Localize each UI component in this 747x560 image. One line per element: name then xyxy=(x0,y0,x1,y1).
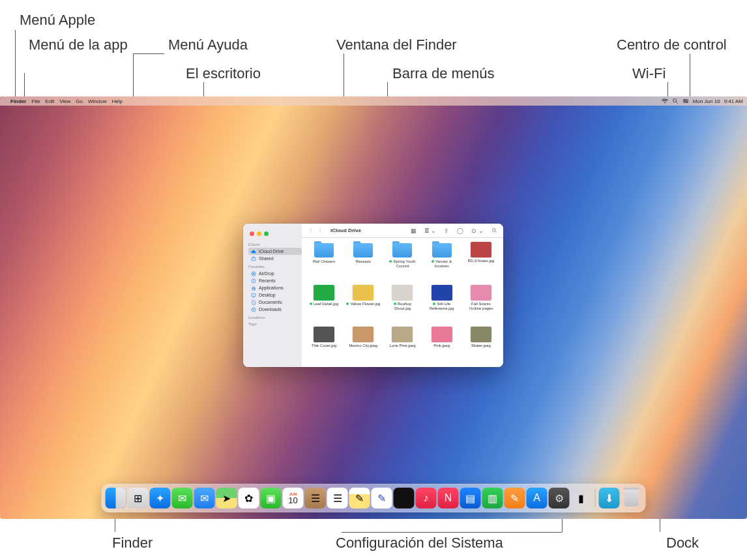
dock-app-maps[interactable]: ➤ xyxy=(216,488,237,508)
sidebar-item-recents[interactable]: Recents xyxy=(248,277,302,284)
menu-go[interactable]: Go xyxy=(73,98,85,104)
file-item[interactable]: Skater.jpeg xyxy=(461,327,501,363)
file-item[interactable]: Leaf Detail.jpg xyxy=(304,285,344,326)
image-thumb xyxy=(353,327,374,342)
sidebar-item-airdrop[interactable]: AirDrop xyxy=(248,270,302,277)
image-thumb xyxy=(392,327,413,342)
dock-separator xyxy=(595,489,596,507)
dock-app-appstore[interactable]: A xyxy=(527,488,548,508)
file-item[interactable]: Still Life Reference.jpg xyxy=(422,285,461,326)
share-icon[interactable]: ⇪ xyxy=(442,228,451,234)
wifi-status-icon[interactable] xyxy=(662,98,668,104)
menu-help[interactable]: Help xyxy=(109,98,124,104)
dock-app-safari[interactable]: ✦ xyxy=(150,488,171,508)
svg-rect-2 xyxy=(683,100,688,101)
callout-dock: Dock xyxy=(666,535,699,552)
sidebar-item-icon xyxy=(251,286,256,291)
dock-app-settings[interactable]: ⚙ xyxy=(549,488,570,508)
nav-forward-icon[interactable]: 〉 xyxy=(317,227,325,234)
file-item[interactable]: Vendor & Invoices xyxy=(422,242,461,284)
file-name: Skater.jpeg xyxy=(471,344,491,348)
desktop-wallpaper[interactable]: Finder File Edit View Go Window Help Mon… xyxy=(0,96,747,519)
file-item[interactable]: Spring Youth Council xyxy=(383,242,422,284)
tag-icon[interactable]: ◯ xyxy=(455,228,465,234)
file-name: RD.2-Notes.jpg xyxy=(467,259,494,263)
control-center-icon[interactable] xyxy=(682,98,689,104)
close-button[interactable] xyxy=(250,231,254,236)
sidebar-item-applications[interactable]: Applications xyxy=(248,284,302,291)
sidebar-section-label: Tags xyxy=(248,322,302,326)
finder-toolbar: 〈 〉 iCloud Drive ▦ ≣ ⌄ ⇪ ◯ ⊙ ⌄ xyxy=(302,224,503,238)
sidebar-item-icloud-drive[interactable]: iCloud Drive xyxy=(248,248,302,255)
file-name: Mexico City.jpeg xyxy=(349,344,378,348)
dock-app-iphone-mirroring[interactable]: ▮ xyxy=(571,488,592,508)
svg-point-0 xyxy=(673,99,676,102)
menubar-time[interactable]: 9:41 AM xyxy=(724,98,743,104)
zoom-button[interactable] xyxy=(264,231,269,236)
menubar-status: Mon Jun 10 9:41 AM xyxy=(662,98,743,104)
folder-icon xyxy=(353,243,373,258)
callout-menu-apple: Menú Apple xyxy=(20,12,95,29)
dock-app-notes[interactable]: ✎ xyxy=(349,488,370,508)
callout-line xyxy=(133,53,164,54)
finder-window[interactable]: iCloudiCloud DriveSharedFavoritesAirDrop… xyxy=(243,224,503,367)
file-item[interactable]: Rail Chasers xyxy=(304,242,344,284)
view-icons-icon[interactable]: ▦ xyxy=(409,228,418,234)
file-item[interactable]: Yellow Flower.jpg xyxy=(344,285,383,326)
menu-edit[interactable]: Edit xyxy=(42,98,57,104)
folder-icon xyxy=(314,243,334,258)
sidebar-item-desktop[interactable]: Desktop xyxy=(248,291,302,299)
sidebar-item-icon xyxy=(251,256,256,261)
sidebar-item-shared[interactable]: Shared xyxy=(248,255,302,262)
callout-menubar: Barra de menús xyxy=(392,65,495,82)
nav-back-icon[interactable]: 〈 xyxy=(306,227,314,234)
dock-app-contacts[interactable]: ☰ xyxy=(305,488,326,508)
file-item[interactable]: Receipts xyxy=(344,242,383,284)
file-item[interactable]: Fall Scents Outline.pages xyxy=(461,285,501,326)
app-menu[interactable]: Finder xyxy=(8,98,29,104)
dock-app-keynote[interactable]: ▤ xyxy=(460,488,481,508)
menu-view[interactable]: View xyxy=(57,98,73,104)
file-item[interactable]: Pink.jpeg xyxy=(422,327,461,363)
file-item[interactable]: Title Cover.jpg xyxy=(304,327,344,363)
file-name: Lone Pine.jpeg xyxy=(389,344,415,348)
dock-app-mail[interactable]: ✉ xyxy=(194,488,215,508)
menubar-date[interactable]: Mon Jun 10 xyxy=(693,98,720,104)
minimize-button[interactable] xyxy=(257,231,261,236)
dock-app-pages[interactable]: ✎ xyxy=(505,488,525,508)
file-name: Rail Chasers xyxy=(313,259,335,264)
file-item[interactable]: Mexico City.jpeg xyxy=(344,327,383,363)
dock-app-tv[interactable] xyxy=(394,488,415,508)
dock-app-numbers[interactable]: ▥ xyxy=(482,488,503,508)
dock-app-facetime[interactable]: ▣ xyxy=(261,488,282,508)
dock-app-messages[interactable]: ✉ xyxy=(172,488,193,508)
dock-trash[interactable] xyxy=(621,488,642,508)
sidebar-item-label: Shared xyxy=(259,256,274,261)
sidebar-item-label: Documents xyxy=(259,300,282,304)
dock-app-finder[interactable] xyxy=(106,488,126,508)
menu-window[interactable]: Window xyxy=(85,98,109,104)
dock-downloads[interactable]: ⬇ xyxy=(599,488,620,508)
action-icon[interactable]: ⊙ ⌄ xyxy=(469,228,486,234)
dock-app-news[interactable]: N xyxy=(438,488,459,508)
dock-app-music[interactable]: ♪ xyxy=(416,488,437,508)
image-thumb xyxy=(353,285,374,301)
menu-file[interactable]: File xyxy=(29,98,42,104)
spotlight-icon[interactable] xyxy=(672,98,679,104)
svg-line-1 xyxy=(676,102,678,104)
file-item[interactable]: Rooftop Shoot.jpg xyxy=(383,285,422,326)
dock-app-photos[interactable]: ✿ xyxy=(239,488,259,508)
sidebar-item-documents[interactable]: Documents xyxy=(248,299,302,306)
callout-finder-dock: Finder xyxy=(112,535,153,552)
folder-icon xyxy=(432,243,452,258)
dock-app-launchpad[interactable]: ⊞ xyxy=(128,488,149,508)
dock-app-calendar[interactable]: JUN10 xyxy=(283,488,304,508)
dock-app-freeform[interactable]: ✎ xyxy=(372,488,392,508)
dock-app-reminders[interactable]: ☰ xyxy=(327,488,348,508)
file-item[interactable]: RD.2-Notes.jpg xyxy=(461,242,501,284)
search-icon[interactable] xyxy=(490,228,499,233)
file-item[interactable]: Lone Pine.jpeg xyxy=(383,327,422,363)
callout-desktop: El escritorio xyxy=(186,65,261,82)
sidebar-item-downloads[interactable]: Downloads xyxy=(248,306,302,313)
view-group-icon[interactable]: ≣ ⌄ xyxy=(422,228,439,234)
